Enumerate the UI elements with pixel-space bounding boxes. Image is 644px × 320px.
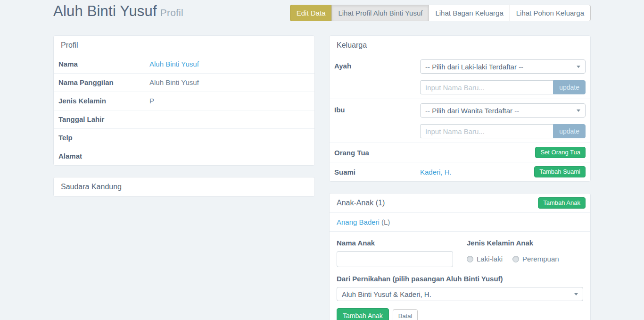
child-list-item: Anang Baderi(L) <box>330 212 590 231</box>
batal-button[interactable]: Batal <box>393 309 418 320</box>
suami-link[interactable]: Kaderi, H. <box>420 168 452 176</box>
profil-panel-title: Profil <box>54 36 314 55</box>
ayah-input-group: update <box>420 80 586 94</box>
tambah-anak-submit-button[interactable]: Tambah Anak <box>337 308 389 320</box>
left-column: Profil Nama Aluh Binti Yusuf Nama Panggi… <box>53 35 315 320</box>
ayah-select-value: -- Pilih dari Laki-laki Terdaftar -- <box>425 63 523 71</box>
table-row-alamat: Alamat <box>54 147 314 165</box>
edit-data-button[interactable]: Edit Data <box>290 5 332 21</box>
radio-perempuan-label: Perempuan <box>522 255 559 263</box>
nama-anak-label: Nama Anak <box>337 239 453 247</box>
ayah-new-name-input[interactable] <box>420 80 553 94</box>
profil-panel: Profil Nama Aluh Binti Yusuf Nama Panggi… <box>53 35 315 166</box>
lihat-bagan-keluarga-button[interactable]: Lihat Bagan Keluarga <box>429 5 510 21</box>
form-actions: Tambah Anak Batal <box>337 308 583 320</box>
pernikahan-select-value: Aluh Binti Yusuf & Kaderi, H. <box>342 290 431 298</box>
ibu-input-group: update <box>420 124 586 138</box>
chevron-down-icon <box>574 293 578 295</box>
chevron-down-icon <box>577 109 580 112</box>
dari-pernikahan-label: Dari Pernikahan (pilih pasangan Aluh Bin… <box>337 275 583 283</box>
gender-radio-group: Laki-laki Perempuan <box>467 255 583 263</box>
chevron-down-icon <box>577 66 580 68</box>
page-container: Aluh Binti YusufProfil Edit Data Lihat P… <box>53 0 591 320</box>
ibu-update-button[interactable]: update <box>553 124 586 138</box>
keluarga-panel-title: Keluarga <box>330 36 590 55</box>
suami-row: Suami Kaderi, H. Tambah Suami <box>330 162 590 181</box>
radio-perempuan[interactable]: Perempuan <box>512 255 559 263</box>
page-subtitle: Profil <box>160 7 183 18</box>
table-row-tanggal-lahir: Tanggal Lahir <box>54 110 314 128</box>
table-row-jenis-kelamin: Jenis Kelamin P <box>54 92 314 110</box>
page-header: Aluh Binti YusufProfil Edit Data Lihat P… <box>53 3 591 21</box>
ayah-select[interactable]: -- Pilih dari Laki-laki Terdaftar -- <box>420 59 586 74</box>
radio-laki-laki[interactable]: Laki-laki <box>467 255 503 263</box>
saudara-kandung-title: Saudara Kandung <box>54 177 314 196</box>
row-label: Tanggal Lahir <box>54 110 145 128</box>
row-value: P <box>145 92 159 110</box>
row-value <box>145 129 154 147</box>
anak-anak-title: Anak-Anak (1) <box>337 199 385 207</box>
lihat-pohon-keluarga-button[interactable]: Lihat Pohon Keluarga <box>510 5 591 21</box>
orang-tua-label: Orang Tua <box>334 149 420 157</box>
radio-icon <box>512 256 519 262</box>
row-label: Telp <box>54 129 145 147</box>
anak-anak-panel-header: Anak-Anak (1) Tambah Anak <box>330 194 590 212</box>
ibu-select-value: -- Pilih dari Wanita Terdaftar -- <box>425 107 519 115</box>
anak-anak-panel: Anak-Anak (1) Tambah Anak Anang Baderi(L… <box>329 193 591 320</box>
nama-anak-input[interactable] <box>337 251 453 267</box>
set-orang-tua-button[interactable]: Set Orang Tua <box>535 147 586 158</box>
row-label: Nama Panggilan <box>54 74 145 92</box>
row-value <box>145 147 154 165</box>
suami-label: Suami <box>334 168 420 176</box>
tambah-suami-button[interactable]: Tambah Suami <box>534 166 586 177</box>
ayah-row: Ayah -- Pilih dari Laki-laki Terdaftar -… <box>330 55 590 99</box>
nama-link[interactable]: Aluh Binti Yusuf <box>149 60 199 68</box>
row-label: Alamat <box>54 147 145 165</box>
right-column: Keluarga Ayah -- Pilih dari Laki-laki Te… <box>329 35 591 320</box>
row-value <box>145 110 154 128</box>
row-label: Jenis Kelamin <box>54 92 145 110</box>
lihat-profil-button[interactable]: Lihat Profil Aluh Binti Yusuf <box>331 5 429 21</box>
child-name-link[interactable]: Anang Baderi <box>337 218 380 226</box>
keluarga-panel: Keluarga Ayah -- Pilih dari Laki-laki Te… <box>329 35 591 182</box>
saudara-kandung-panel: Saudara Kandung <box>53 177 315 197</box>
ibu-new-name-input[interactable] <box>420 124 553 138</box>
person-name-title: Aluh Binti Yusuf <box>53 3 157 19</box>
jenis-kelamin-anak-label: Jenis Kelamin Anak <box>467 239 583 247</box>
radio-icon <box>467 256 473 262</box>
pernikahan-select[interactable]: Aluh Binti Yusuf & Kaderi, H. <box>337 287 583 301</box>
page-title: Aluh Binti YusufProfil <box>53 3 183 20</box>
ayah-label: Ayah <box>334 59 420 70</box>
radio-laki-laki-label: Laki-laki <box>477 255 503 263</box>
ibu-label: Ibu <box>334 103 420 114</box>
ibu-select[interactable]: -- Pilih dari Wanita Terdaftar -- <box>420 103 586 118</box>
view-button-group: Edit Data Lihat Profil Aluh Binti Yusuf … <box>290 5 591 21</box>
ibu-row: Ibu -- Pilih dari Wanita Terdaftar -- up… <box>330 99 590 143</box>
row-label: Nama <box>54 55 145 73</box>
row-value: Aluh Binti Yusuf <box>145 74 204 92</box>
table-row-nama-panggilan: Nama Panggilan Aluh Binti Yusuf <box>54 73 314 92</box>
table-row-nama: Nama Aluh Binti Yusuf <box>54 55 314 73</box>
child-gender: (L) <box>381 218 390 226</box>
table-row-telp: Telp <box>54 128 314 147</box>
ayah-update-button[interactable]: update <box>553 80 586 94</box>
add-child-form: Nama Anak Jenis Kelamin Anak Laki-laki <box>330 231 590 320</box>
tambah-anak-header-button[interactable]: Tambah Anak <box>538 197 586 209</box>
orang-tua-row: Orang Tua Set Orang Tua <box>330 143 590 162</box>
